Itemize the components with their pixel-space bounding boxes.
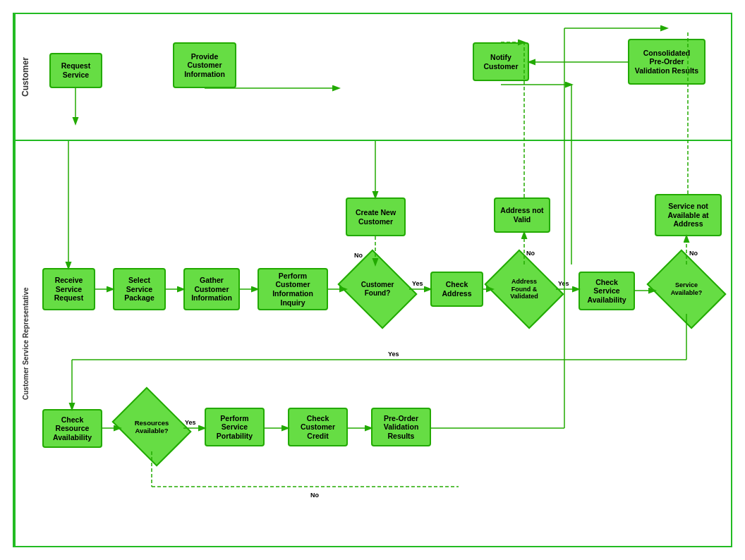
- svg-text:No: No: [526, 250, 535, 257]
- select-service-package-box: Select Service Package: [113, 268, 166, 310]
- check-customer-credit-box: Check Customer Credit: [288, 408, 348, 446]
- preorder-validation-box: Pre-Order Validation Results: [371, 408, 431, 446]
- address-found-diamond: Address Found & Validated: [492, 264, 556, 314]
- csr-lane-label: Customer Service Representative: [14, 141, 35, 546]
- svg-text:Yes: Yes: [558, 280, 569, 287]
- perform-inquiry-box: Perform Customer Information Inquiry: [258, 268, 328, 310]
- notify-customer-box: Notify Customer: [473, 42, 529, 81]
- consolidated-results-box: Consolidated Pre-Order Validation Result…: [628, 39, 705, 85]
- service-available-diamond: Service Available?: [655, 264, 718, 314]
- receive-service-request-box: Receive Service Request: [42, 268, 95, 310]
- address-not-valid-box: Address not Valid: [494, 197, 550, 233]
- service-not-available-box: Service not Available at Address: [655, 194, 722, 236]
- check-address-box: Check Address: [430, 272, 483, 307]
- customer-found-diamond: Customer Found?: [346, 264, 409, 314]
- svg-text:No: No: [354, 252, 363, 259]
- check-service-availability-box: Check Service Availability: [579, 272, 635, 310]
- customer-lane: Customer Request Service Provide Custome…: [14, 14, 731, 141]
- svg-text:No: No: [689, 250, 698, 257]
- create-new-customer-box: Create New Customer: [346, 197, 406, 236]
- svg-text:Yes: Yes: [412, 280, 423, 287]
- csr-lane-content: Receive Service Request Select Service P…: [35, 141, 731, 546]
- request-service-box: Request Service: [49, 53, 102, 88]
- svg-text:Yes: Yes: [388, 351, 399, 358]
- customer-lane-content: Request Service Provide Customer Informa…: [35, 14, 731, 140]
- csr-lane: Customer Service Representative Receive …: [14, 141, 731, 546]
- resources-available-diamond: Resources Available?: [120, 402, 183, 451]
- gather-customer-info-box: Gather Customer Information: [183, 268, 240, 310]
- check-resource-availability-box: Check Resource Availability: [42, 409, 102, 448]
- perform-service-portability-box: Perform Service Portability: [205, 408, 265, 446]
- provide-customer-info-box: Provide Customer Information: [173, 42, 236, 88]
- diagram-container: Customer Request Service Provide Custome…: [13, 13, 732, 547]
- customer-lane-arrows: [35, 14, 731, 140]
- svg-text:No: No: [310, 492, 319, 499]
- customer-lane-label: Customer: [14, 14, 35, 140]
- svg-text:Yes: Yes: [185, 419, 196, 426]
